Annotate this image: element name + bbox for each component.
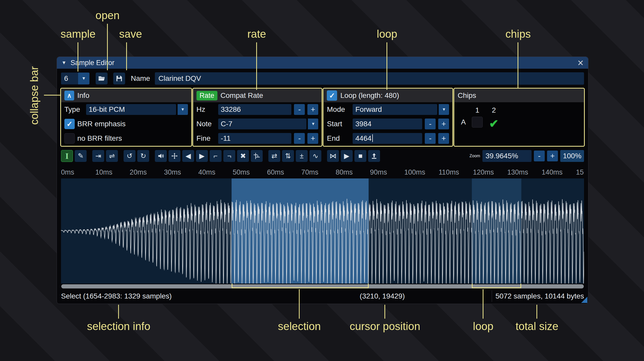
no-brr-filters-checkbox[interactable] xyxy=(64,133,75,144)
name-input[interactable]: Clarinet DQV xyxy=(155,72,584,85)
loop-end-minus-button[interactable]: - xyxy=(425,133,436,144)
chevron-down-icon[interactable]: ▼ xyxy=(178,104,188,115)
ibeam-cursor-icon: I xyxy=(65,152,69,160)
reverse-button[interactable]: ⇄ xyxy=(268,150,280,162)
delete-button[interactable]: ✖ xyxy=(237,150,249,162)
ruler-tick: 20ms xyxy=(130,168,147,176)
annotation-collapse-bar: collapse bar xyxy=(28,66,41,125)
ruler-tick: 40ms xyxy=(198,168,215,176)
chevron-down-icon[interactable]: ▼ xyxy=(78,73,89,84)
loop-start-plus-button[interactable]: + xyxy=(438,119,449,129)
pencil-icon: ✎ xyxy=(78,153,84,160)
fine-minus-button[interactable]: - xyxy=(294,133,305,144)
resize-button[interactable]: ⇥ xyxy=(92,150,104,162)
chevron-down-icon[interactable]: ▼ xyxy=(439,104,449,115)
loop-start-input[interactable]: 3984 xyxy=(353,119,422,129)
apply-silence-button[interactable]: ¬ xyxy=(223,150,235,162)
fade-out-button[interactable]: ▶ xyxy=(196,150,208,162)
loop-end-input[interactable]: 4464 xyxy=(353,133,422,144)
insert-silence-button[interactable]: ⌐ xyxy=(210,150,222,162)
annotation-sample: sample xyxy=(60,28,95,40)
filter-button[interactable]: ∿ xyxy=(309,150,321,162)
invert-button[interactable]: ⇅ xyxy=(282,150,294,162)
window-collapse-icon[interactable]: ▼ xyxy=(62,60,66,66)
rate-panel: Rate Compat Rate Hz 33286 - + Note C-7 ▼… xyxy=(193,89,322,146)
no-brr-filters-label: no BRR filters xyxy=(77,134,122,143)
resample-button[interactable]: ⇌ xyxy=(106,150,118,162)
sign-invert-button[interactable]: ± xyxy=(296,150,308,162)
chips-grid: 1 2 A ✔ xyxy=(458,104,584,128)
save-button[interactable] xyxy=(113,73,125,84)
stop-button[interactable]: ■ xyxy=(354,150,366,162)
hz-plus-button[interactable]: + xyxy=(307,104,318,115)
crop-icon xyxy=(253,153,260,159)
note-label: Note xyxy=(196,120,216,128)
annotation-total-size: total size xyxy=(516,320,558,333)
chip-checkbox-2[interactable]: ✔ xyxy=(488,117,499,128)
undo-button[interactable]: ↺ xyxy=(124,150,135,162)
stop-icon: ■ xyxy=(358,153,362,160)
loop-start-minus-button[interactable]: - xyxy=(425,119,436,129)
hz-input[interactable]: 33286 xyxy=(218,104,292,115)
undo-icon: ↺ xyxy=(127,153,133,160)
status-bar: Select (1654-2983: 1329 samples) (3210, … xyxy=(57,289,588,304)
select-tool-button[interactable]: I xyxy=(61,150,73,162)
panels-row: ∧ Info Type 16-bit PCM ▼ BRR emphasis no… xyxy=(61,89,584,146)
collapse-bar-button[interactable]: ∧ xyxy=(64,91,74,100)
sample-select[interactable]: 6 ▼ xyxy=(61,73,89,84)
info-panel-header: ∧ Info xyxy=(61,89,191,102)
zoom-minus-button[interactable]: - xyxy=(534,151,545,161)
resample-icon: ⇌ xyxy=(109,153,115,160)
type-select[interactable]: 16-bit PCM xyxy=(86,104,176,115)
loop-start-label: Start xyxy=(327,120,350,128)
loop-panel: Loop (length: 480) Mode Forward ▼ Start … xyxy=(323,89,452,146)
upload-icon xyxy=(371,153,377,159)
annotation-chips: chips xyxy=(505,28,531,40)
insert-silence-icon: ⌐ xyxy=(214,153,218,160)
loop-checkbox[interactable] xyxy=(327,90,337,101)
sample-number[interactable]: 6 xyxy=(61,73,78,84)
ruler-tick: 120ms xyxy=(473,168,494,176)
loop-end-value: 4464 xyxy=(355,134,373,143)
fine-plus-button[interactable]: + xyxy=(307,133,318,144)
ruler-tick: 140ms xyxy=(542,168,563,176)
fade-in-button[interactable]: ◀ xyxy=(182,150,194,162)
note-select[interactable]: C-7 xyxy=(218,119,307,129)
zoom-plus-button[interactable]: + xyxy=(547,151,558,161)
title-bar[interactable]: ▼ Sample Editor × xyxy=(57,57,588,69)
brr-emphasis-checkbox[interactable] xyxy=(64,119,75,129)
zoom-input[interactable]: 39.9645% xyxy=(482,150,532,162)
open-button[interactable] xyxy=(96,73,108,84)
close-icon[interactable]: × xyxy=(578,58,584,68)
waveform-canvas[interactable] xyxy=(61,178,584,284)
annotation-loop-bottom: loop xyxy=(473,320,493,333)
loop-mode-select[interactable]: Forward xyxy=(353,104,437,115)
rate-badge[interactable]: Rate xyxy=(196,91,217,100)
chip-checkbox-1[interactable] xyxy=(472,117,483,128)
preview-button[interactable]: ▶ xyxy=(341,150,353,162)
zoom-reset-button[interactable]: 100% xyxy=(560,150,584,162)
brr-emphasis-row: BRR emphasis xyxy=(61,117,191,131)
normalize-button[interactable] xyxy=(169,150,180,162)
ruler-tick: 150ms xyxy=(576,168,584,176)
fine-input[interactable]: -11 xyxy=(218,133,292,144)
sample-header-row: 6 ▼ Name Clarinet DQV xyxy=(61,72,584,85)
chevron-down-icon[interactable]: ▼ xyxy=(308,119,318,129)
amplify-button[interactable] xyxy=(155,150,167,162)
create-wavetable-button[interactable] xyxy=(368,150,380,162)
crossfade-button[interactable]: ⋈ xyxy=(327,150,339,162)
chips-panel-header: Chips xyxy=(454,89,584,102)
sample-editor-window: ▼ Sample Editor × 6 ▼ Name Clarinet DQV … xyxy=(57,57,588,304)
selection-bracket xyxy=(232,284,369,288)
ruler-tick: 100ms xyxy=(404,168,425,176)
selection-info-status: Select (1654-2983: 1329 samples) xyxy=(61,292,172,300)
hz-label: Hz xyxy=(196,105,216,114)
hz-minus-button[interactable]: - xyxy=(294,104,305,115)
draw-tool-button[interactable]: ✎ xyxy=(75,150,87,162)
type-row: Type 16-bit PCM ▼ xyxy=(61,102,191,117)
window-resize-grip[interactable] xyxy=(581,297,587,303)
loop-end-plus-button[interactable]: + xyxy=(438,133,449,144)
chips-panel-title: Chips xyxy=(458,91,476,100)
trim-button[interactable] xyxy=(251,150,263,162)
redo-button[interactable]: ↻ xyxy=(137,150,149,162)
